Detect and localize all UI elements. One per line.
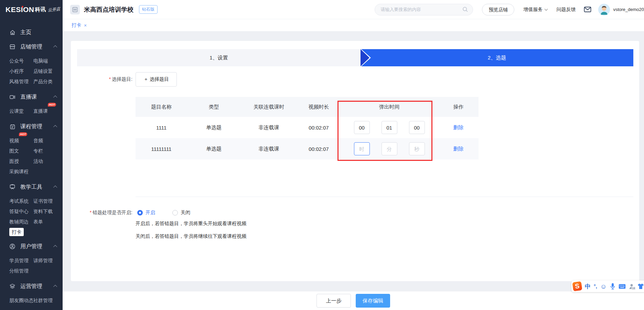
brand-logo-text: KESION <box>6 5 34 14</box>
brand-logo[interactable]: KESION 科讯 云开店 <box>0 0 63 19</box>
select-question-row: *选择题目: ＋ 选择题目 <box>71 72 177 87</box>
sidebar-item-pc[interactable]: 电脑端 <box>33 56 48 66</box>
sidebar-section-label: 用户管理 <box>20 243 42 250</box>
save-edit-button[interactable]: 保存编辑 <box>356 294 390 308</box>
user-mode-icon[interactable]: 18 <box>629 284 634 289</box>
sidebar-section-tools[interactable]: 教学工具 <box>0 179 63 195</box>
sidebar-item-column[interactable]: 专栏 <box>33 146 43 156</box>
sidebar-item-certificate[interactable]: 证书管理 <box>33 196 53 206</box>
sidebar-links-shop: 公众号 电脑端 小程序 店铺设置 风格管理 产品分类 <box>0 56 63 87</box>
sidebar-item-downloads[interactable]: 资料下载 <box>33 206 53 217</box>
value-added-services-label: 增值服务 <box>523 7 543 13</box>
cell-duration: 00:02:07 <box>297 146 340 152</box>
store-name: 米高西点培训学校 <box>84 5 133 14</box>
second-input[interactable] <box>409 142 425 155</box>
sidebar-item-article[interactable]: 图文 <box>9 146 19 156</box>
col-header-duration: 视频时长 <box>297 104 340 110</box>
sidebar-item-label: 视频 <box>9 138 19 143</box>
sidebar-item-teaching-aids[interactable]: 教辅周边 <box>9 217 29 227</box>
brand-logo-cn: 科讯 <box>35 6 46 13</box>
preview-store-button[interactable]: 预览店铺 <box>482 4 514 15</box>
chevron-up-icon <box>53 245 57 249</box>
user-avatar[interactable] <box>598 4 610 15</box>
sidebar-item-daka-active[interactable]: 打卡 <box>9 228 24 236</box>
sidebar-item-gongzhonghao[interactable]: 公众号 <box>9 56 24 66</box>
required-mark: * <box>109 76 111 82</box>
sidebar: KESION 科讯 云开店 主页 店铺管理 公众号 电脑端 小程序 店铺设置 风… <box>0 0 63 310</box>
ime-chinese-mode-icon[interactable]: 中 <box>585 284 591 289</box>
table-row: 11111111 单选题 非连载课 00:02:07 删除 <box>136 138 479 159</box>
radio-on-label[interactable]: 开启 <box>146 210 155 216</box>
minute-input[interactable] <box>382 142 397 155</box>
sidebar-item-purchase-course[interactable]: 采购课程 <box>9 166 29 177</box>
delete-link[interactable]: 删除 <box>438 124 479 131</box>
delete-link[interactable]: 删除 <box>438 146 479 152</box>
video-camera-icon <box>9 93 16 100</box>
sidebar-item-groups[interactable]: 分组管理 <box>9 266 29 276</box>
minute-input[interactable] <box>382 121 397 134</box>
search-icon[interactable] <box>462 7 468 14</box>
sidebar-item-video[interactable]: 视频HOT <box>9 135 19 146</box>
tab-daka[interactable]: 打卡 × <box>72 22 87 29</box>
sidebar-section-shop[interactable]: 店铺管理 <box>0 39 63 54</box>
sidebar-menu: 主页 店铺管理 公众号 电脑端 小程序 店铺设置 风格管理 产品分类 直播课 云… <box>0 19 63 306</box>
sidebar-item-audio[interactable]: 音频 <box>33 135 43 146</box>
cell-question-name: 11111111 <box>136 146 187 152</box>
sidebar-section-course[interactable]: 课程管理 <box>0 119 63 134</box>
radio-unselected-icon[interactable] <box>172 210 178 215</box>
sidebar-section-label: 教学工具 <box>20 184 42 191</box>
close-icon[interactable]: × <box>84 23 87 28</box>
sidebar-item-activity[interactable]: 活动 <box>33 156 43 166</box>
select-question-button[interactable]: ＋ 选择题目 <box>136 72 177 87</box>
sogou-logo-icon[interactable]: S <box>572 281 582 291</box>
previous-step-button[interactable]: 上一步 <box>316 294 351 308</box>
keyboard-icon[interactable] <box>619 284 626 289</box>
sidebar-links-users: 学员管理 讲师管理 分组管理 <box>0 255 63 276</box>
cell-duration: 00:02:07 <box>297 125 340 131</box>
sidebar-item-home[interactable]: 主页 <box>0 25 63 39</box>
sidebar-item-qa-center[interactable]: 答疑中心 <box>9 206 29 217</box>
hour-input[interactable] <box>354 121 370 134</box>
sidebar-item-forms[interactable]: 表单 <box>33 217 43 227</box>
sidebar-item-exam-system[interactable]: 考试系统 <box>9 196 29 206</box>
col-header-popup-time: 弹出时间 <box>340 104 438 110</box>
sidebar-item-style[interactable]: 风格管理 <box>9 76 29 87</box>
sidebar-item-teachers[interactable]: 讲师管理 <box>33 255 53 266</box>
sidebar-item-community[interactable]: 社群管理 <box>33 295 53 306</box>
second-input[interactable] <box>409 121 425 134</box>
smiley-icon[interactable]: ☺ <box>600 283 607 290</box>
help-text-off: 关闭后，若答错题目，学员将继续往下观看课程视频 <box>136 233 246 240</box>
sidebar-item-offline[interactable]: 面授 <box>9 156 19 166</box>
radio-option-off[interactable]: 关闭 <box>172 210 190 216</box>
radio-off-label[interactable]: 关闭 <box>181 210 190 216</box>
username[interactable]: vstore_demo20 <box>613 7 644 12</box>
mail-icon[interactable] <box>584 6 591 13</box>
sidebar-section-live[interactable]: 直播课 <box>0 89 63 104</box>
sidebar-item-shop-settings[interactable]: 店铺设置 <box>33 66 53 76</box>
tab-bar: 打卡 × <box>63 19 644 32</box>
sidebar-item-miniprogram[interactable]: 小程序 <box>9 66 24 76</box>
sidebar-item-live-class[interactable]: 直播课HOT <box>33 106 48 116</box>
step-1-settings[interactable]: 1、设置 <box>77 49 361 66</box>
help-text-on: 开启后，若答错题目，学员将重头开始观看课程视频 <box>136 221 246 227</box>
skin-shirt-icon[interactable] <box>637 283 644 289</box>
sidebar-section-label: 直播课 <box>20 93 37 101</box>
chevron-up-icon <box>53 96 57 99</box>
ime-punctuation-icon[interactable]: °, <box>594 284 597 289</box>
sidebar-section-users[interactable]: 用户管理 <box>0 239 63 254</box>
sidebar-section-operations[interactable]: 运营管理 <box>0 279 63 294</box>
radio-option-on[interactable]: 开启 <box>137 210 155 216</box>
calendar-icon <box>9 123 16 130</box>
sidebar-links-live: 云课堂 直播课HOT <box>0 106 63 116</box>
search-input[interactable] <box>375 4 473 15</box>
sidebar-item-students[interactable]: 学员管理 <box>9 255 29 266</box>
radio-selected-icon[interactable] <box>137 210 143 215</box>
sidebar-item-product-category[interactable]: 产品分类 <box>33 76 53 87</box>
value-added-services-menu[interactable]: 增值服务 <box>523 7 547 13</box>
microphone-icon[interactable] <box>610 283 615 290</box>
feedback-link[interactable]: 问题反馈 <box>556 7 576 13</box>
sidebar-item-moments[interactable]: 朋友圈动态 <box>9 295 33 306</box>
step-2-questions[interactable]: 2、选题 <box>361 49 633 66</box>
hour-input[interactable] <box>354 142 370 155</box>
sidebar-item-cloud-class[interactable]: 云课堂 <box>9 106 24 116</box>
